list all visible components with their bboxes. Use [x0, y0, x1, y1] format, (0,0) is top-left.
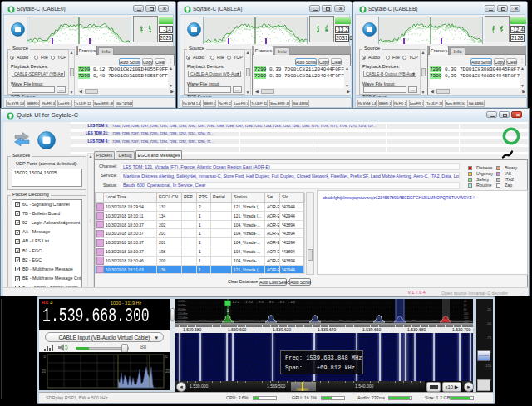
svg-text:-60dBm: -60dBm: [177, 304, 187, 307]
svg-text:-100: -100: [463, 312, 469, 316]
svg-text:-120dBm: -120dBm: [177, 316, 188, 320]
svg-text:-40: -40: [463, 300, 467, 303]
svg-text:1: 1: [227, 308, 229, 313]
svg-text:-120: -120: [463, 316, 469, 320]
svg-text:20: 20: [42, 369, 47, 374]
svg-text:-60: -60: [463, 304, 467, 307]
svg-text:-40dBm: -40dBm: [177, 300, 187, 303]
svg-text:0: 0: [43, 355, 46, 359]
svg-text:0: 0: [165, 355, 168, 359]
svg-text:-100dBm: -100dBm: [177, 312, 188, 316]
svg-text:-80dBm: -80dBm: [177, 308, 187, 311]
svg-text:-80: -80: [463, 308, 467, 311]
svg-text:-120 -100 -90 -80 -60 -40: -120 -100 -90 -80 -60 -40: [230, 300, 296, 304]
